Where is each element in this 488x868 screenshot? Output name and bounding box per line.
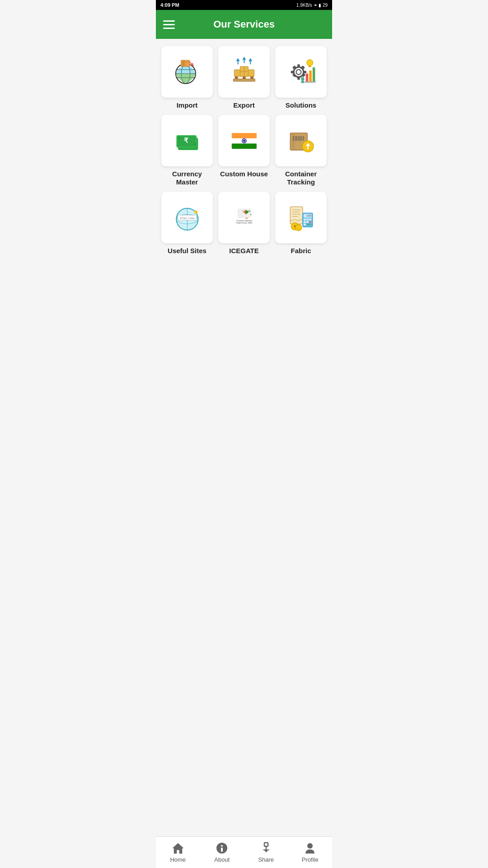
service-item-currency-master[interactable]: ₹ Currency Master — [161, 115, 213, 186]
svg-rect-12 — [243, 76, 246, 79]
svg-rect-111 — [309, 218, 311, 220]
export-icon — [229, 57, 260, 88]
service-item-solutions[interactable]: Solutions — [275, 46, 327, 109]
custom-house-icon — [229, 125, 260, 156]
hamburger-line-1 — [163, 20, 175, 22]
service-item-fabric[interactable]: $ 123 Fabric — [275, 192, 327, 255]
svg-text:123: 123 — [306, 214, 311, 217]
useful-sites-icon: https://www — [172, 202, 203, 233]
svg-rect-40 — [309, 66, 311, 67]
fabric-icon: $ 123 — [286, 202, 317, 233]
service-item-icegate[interactable]: ice gate Customs National Trade Portal, … — [218, 192, 270, 255]
service-card-currency-master: ₹ — [161, 115, 213, 166]
battery-icon: ▮ — [319, 3, 321, 8]
service-card-solutions — [275, 46, 327, 98]
service-card-import — [161, 46, 213, 98]
svg-rect-109 — [303, 218, 305, 220]
svg-point-104 — [296, 224, 302, 231]
svg-rect-114 — [309, 221, 311, 223]
service-label-custom-house: Custom House — [220, 170, 268, 178]
svg-marker-22 — [242, 57, 246, 60]
status-time: 4:09 PM — [160, 2, 179, 8]
hamburger-menu[interactable] — [163, 20, 175, 29]
svg-rect-37 — [312, 67, 315, 81]
service-item-custom-house[interactable]: Custom House — [218, 115, 270, 186]
svg-rect-30 — [303, 71, 306, 73]
solutions-icon — [286, 57, 317, 88]
service-item-container-tracking[interactable]: Container Tracking — [275, 115, 327, 186]
svg-rect-11 — [235, 76, 238, 79]
container-icon — [286, 125, 317, 156]
service-item-export[interactable]: Export — [218, 46, 270, 109]
svg-marker-24 — [249, 58, 252, 61]
svg-rect-47 — [178, 137, 180, 139]
status-bar: 4:09 PM 1.9KB/s ⚭ ▮ 29 — [156, 0, 332, 10]
svg-rect-49 — [231, 133, 256, 138]
svg-rect-48 — [193, 143, 196, 146]
svg-text:https://www: https://www — [180, 217, 194, 219]
service-label-container-tracking: Container Tracking — [275, 170, 327, 186]
svg-rect-63 — [291, 133, 295, 150]
svg-rect-29 — [291, 71, 294, 73]
service-label-solutions: Solutions — [286, 101, 316, 109]
services-grid: Import — [161, 46, 327, 255]
svg-rect-36 — [309, 71, 312, 81]
svg-marker-20 — [236, 58, 239, 61]
svg-rect-51 — [231, 143, 256, 149]
svg-rect-10 — [233, 79, 255, 81]
hamburger-line-2 — [163, 24, 175, 25]
battery-level: 29 — [323, 3, 328, 8]
service-label-fabric: Fabric — [291, 247, 311, 255]
svg-text:₹: ₹ — [184, 137, 188, 144]
svg-rect-115 — [303, 223, 305, 225]
svg-rect-112 — [303, 221, 305, 223]
services-container: Import — [156, 39, 332, 262]
service-label-import: Import — [177, 101, 198, 109]
svg-rect-35 — [305, 73, 308, 81]
svg-rect-13 — [250, 76, 253, 79]
svg-text:Customs National: Customs National — [237, 219, 252, 222]
svg-rect-113 — [306, 221, 309, 223]
svg-rect-110 — [306, 218, 309, 220]
service-card-container-tracking — [275, 115, 327, 166]
service-card-custom-house — [218, 115, 270, 166]
icegate-icon: ice gate Customs National Trade Portal, … — [229, 202, 260, 233]
svg-point-39 — [306, 59, 313, 66]
currency-icon: ₹ — [172, 125, 203, 156]
hamburger-line-3 — [163, 28, 175, 29]
svg-rect-6 — [182, 60, 185, 66]
page-title: Our Services — [182, 19, 306, 30]
service-card-export — [218, 46, 270, 98]
service-card-fabric: $ 123 — [275, 192, 327, 243]
svg-rect-27 — [297, 64, 300, 67]
status-icons: 1.9KB/s ⚭ ▮ 29 — [296, 3, 328, 8]
service-item-import[interactable]: Import — [161, 46, 213, 109]
service-card-icegate: ice gate Customs National Trade Portal, … — [218, 192, 270, 243]
service-item-useful-sites[interactable]: https://www Useful Sites — [161, 192, 213, 255]
bluetooth-icon: ⚭ — [314, 3, 317, 8]
service-label-icegate: ICEGATE — [229, 247, 259, 255]
service-label-export: Export — [233, 101, 255, 109]
service-card-useful-sites: https://www — [161, 192, 213, 243]
svg-point-41 — [301, 77, 304, 80]
service-label-currency-master: Currency Master — [161, 170, 213, 186]
network-speed: 1.9KB/s — [296, 3, 312, 8]
service-label-useful-sites: Useful Sites — [168, 247, 206, 255]
svg-rect-116 — [306, 223, 311, 225]
svg-text:Trade Portal, CBIC: Trade Portal, CBIC — [236, 222, 252, 224]
svg-rect-7 — [181, 61, 189, 63]
app-header: Our Services — [156, 10, 332, 39]
svg-rect-28 — [297, 76, 300, 80]
svg-point-26 — [296, 69, 301, 74]
import-icon — [172, 57, 203, 88]
